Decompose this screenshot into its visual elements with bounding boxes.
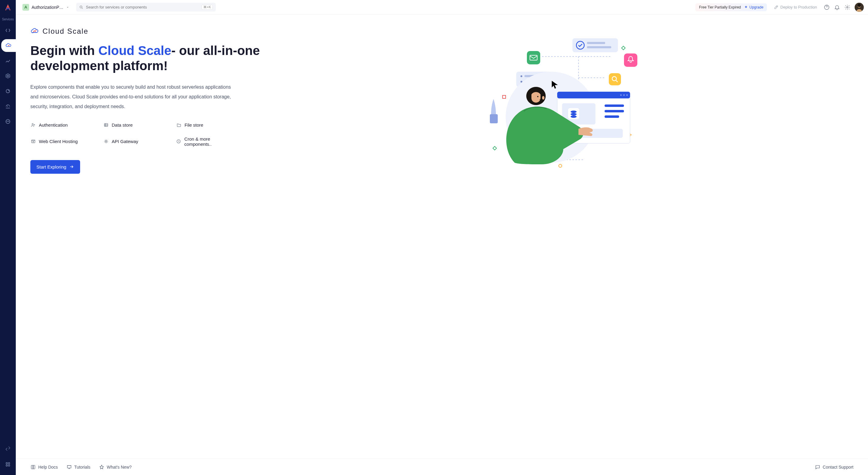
feature-authentication: Authentication	[30, 122, 91, 128]
browser-icon	[30, 139, 36, 144]
sidebar-item-bot[interactable]	[2, 115, 14, 128]
svg-rect-4	[6, 463, 8, 464]
deploy-button[interactable]: Deploy to Production	[771, 5, 819, 10]
svg-rect-7	[8, 465, 10, 467]
svg-point-10	[847, 6, 848, 8]
svg-rect-24	[624, 54, 637, 67]
svg-point-44	[570, 113, 577, 115]
svg-point-8	[80, 6, 82, 8]
svg-point-52	[542, 96, 545, 99]
start-exploring-button[interactable]: Start Exploring	[30, 160, 80, 174]
hero-highlight: Cloud Scale	[98, 43, 171, 58]
svg-rect-20	[587, 42, 605, 44]
project-selector[interactable]: A AuthorizationP…	[20, 3, 72, 12]
clock-icon	[176, 139, 181, 144]
svg-rect-21	[587, 46, 611, 48]
cloud-scale-icon	[30, 27, 39, 36]
notifications-button[interactable]	[834, 4, 840, 10]
settings-button[interactable]	[844, 4, 850, 10]
user-avatar[interactable]	[855, 3, 864, 12]
svg-rect-35	[490, 114, 498, 123]
sidebar-item-functions[interactable]	[2, 24, 14, 37]
sidebar-section-label: Services	[2, 18, 14, 21]
database-icon	[103, 122, 108, 128]
user-icon	[30, 122, 36, 128]
footer: Help Docs Tutorials What's New? Contact …	[16, 458, 868, 475]
feature-api-gateway: API Gateway	[103, 137, 164, 147]
chevron-down-icon	[66, 5, 69, 9]
sidebar-item-tools[interactable]	[2, 442, 14, 455]
hero-description: Explore components that enable you to se…	[30, 82, 237, 112]
svg-rect-53	[67, 465, 71, 468]
search-icon	[79, 5, 84, 9]
svg-point-45	[570, 115, 577, 118]
svg-rect-47	[604, 110, 624, 112]
feature-grid: Authentication Data store File store Web…	[30, 122, 261, 147]
sidebar-item-ai[interactable]	[2, 85, 14, 97]
svg-point-40	[626, 94, 628, 96]
svg-rect-5	[8, 463, 10, 464]
footer-link-help-docs[interactable]: Help Docs	[30, 464, 58, 470]
api-icon	[103, 139, 108, 144]
svg-rect-18	[572, 38, 618, 52]
sidebar-item-performance[interactable]	[2, 100, 14, 113]
svg-point-38	[620, 94, 622, 96]
svg-point-39	[623, 94, 625, 96]
sidebar-item-apps[interactable]	[2, 458, 14, 471]
search-kbd: ⌘+K	[202, 5, 213, 10]
svg-rect-30	[609, 73, 621, 85]
feature-datastore: Data store	[103, 122, 164, 128]
help-button[interactable]	[824, 4, 830, 10]
brand-text: Cloud Scale	[42, 27, 88, 35]
svg-point-51	[537, 96, 538, 97]
hero-illustration	[485, 29, 642, 175]
project-name: AuthorizationP…	[32, 5, 63, 10]
svg-point-43	[570, 111, 577, 113]
search-box[interactable]: ⌘+K	[76, 3, 216, 11]
book-icon	[30, 464, 36, 470]
sidebar-item-integrations[interactable]	[2, 69, 14, 82]
feature-hosting: Web Client Hosting	[30, 137, 91, 147]
footer-link-whats-new[interactable]: What's New?	[99, 464, 132, 470]
svg-rect-22	[527, 51, 540, 64]
topbar: A AuthorizationP… ⌘+K Free Tier Partiall…	[16, 0, 868, 14]
svg-rect-32	[503, 95, 506, 98]
rocket-icon	[774, 5, 778, 10]
footer-link-tutorials[interactable]: Tutorials	[66, 464, 90, 470]
svg-rect-37	[557, 92, 630, 98]
project-badge: A	[23, 4, 29, 11]
search-input[interactable]	[86, 5, 199, 9]
feature-cron: Cron & more components..	[176, 137, 237, 147]
hero-title: Begin with Cloud Scale- our all-in-one d…	[30, 43, 261, 74]
chat-icon	[815, 464, 820, 470]
svg-point-13	[32, 124, 33, 125]
upgrade-text: Free Tier Partially Expired	[699, 5, 741, 9]
sidebar-item-cloud-scale[interactable]	[1, 39, 16, 52]
svg-rect-14	[104, 124, 107, 127]
star-icon	[99, 464, 104, 470]
upgrade-button[interactable]: Upgrade	[744, 5, 763, 9]
svg-point-33	[559, 164, 562, 167]
svg-rect-48	[604, 115, 619, 118]
content: Cloud Scale Begin with Cloud Scale- our …	[16, 14, 868, 458]
feature-filestore: File store	[176, 122, 237, 128]
svg-point-1	[6, 119, 10, 123]
footer-link-contact-support[interactable]: Contact Support	[815, 464, 854, 470]
svg-point-26	[521, 75, 522, 77]
sidebar: Services	[0, 0, 16, 475]
app-logo[interactable]	[4, 4, 12, 12]
presentation-icon	[66, 464, 72, 470]
arrow-right-icon	[69, 164, 74, 169]
sidebar-item-analytics[interactable]	[2, 54, 14, 67]
svg-point-2	[7, 121, 8, 121]
svg-rect-46	[604, 105, 624, 107]
folder-icon	[176, 122, 182, 128]
upgrade-banner: Free Tier Partially Expired Upgrade	[695, 3, 767, 11]
sparkle-icon	[744, 5, 748, 9]
brand-line: Cloud Scale	[30, 27, 261, 36]
svg-point-3	[8, 121, 9, 121]
svg-point-16	[105, 141, 106, 142]
svg-rect-6	[6, 465, 8, 467]
